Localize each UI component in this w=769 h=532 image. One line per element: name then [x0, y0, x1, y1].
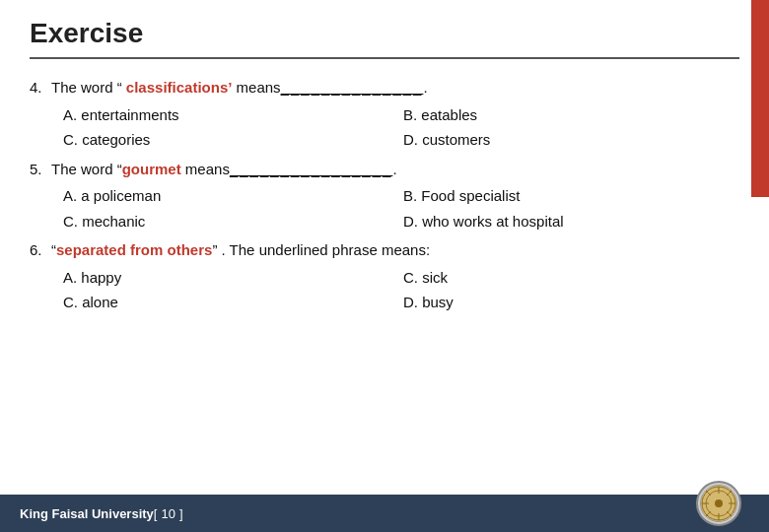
q6-keyword: separated from others — [56, 241, 212, 258]
footer-bracket-open: [ — [154, 506, 158, 521]
question-4-row: 4. The word “ classifications’ means____… — [30, 75, 739, 100]
university-logo — [696, 481, 741, 526]
svg-point-2 — [715, 499, 723, 507]
accent-bar — [751, 0, 769, 197]
q4-number: 4. — [30, 75, 51, 100]
q4-blank: ______________ — [281, 79, 424, 96]
q4-ans-b: B. eatables — [399, 102, 739, 128]
page-title: Exercise — [30, 18, 143, 48]
footer-bracket-close: ] — [179, 506, 183, 521]
q6-ans-a: A. happy — [59, 265, 399, 291]
q6-ans-d: D. busy — [399, 290, 739, 315]
q5-ans-b: B. Food specialist — [399, 183, 739, 209]
q4-text: The word “ classifications’ means_______… — [51, 75, 739, 100]
q4-ans-d: D. customers — [399, 127, 739, 153]
logo-svg — [701, 486, 736, 521]
page-container: Exercise 4. The word “ classifications’ … — [0, 0, 769, 532]
main-content: 4. The word “ classifications’ means____… — [0, 69, 769, 329]
q5-answers: A. a policeman B. Food specialist C. mec… — [59, 183, 739, 233]
q4-keyword: classifications’ — [126, 79, 233, 96]
question-5-row: 5. The word “gourmet means______________… — [30, 157, 739, 182]
q6-ans-c1: C. sick — [399, 265, 739, 291]
title-divider — [30, 57, 739, 59]
q4-ans-c: C. categories — [59, 127, 399, 153]
q4-ans-a: A. entertainments — [59, 102, 399, 128]
footer-page-number: 10 — [161, 506, 175, 521]
q6-number: 6. — [30, 237, 51, 263]
q4-answers: A. entertainments B. eatables C. categor… — [59, 102, 739, 153]
q5-keyword: gourmet — [122, 161, 181, 177]
q5-blank: ________________ — [230, 161, 392, 177]
logo-inner — [700, 485, 737, 522]
q5-ans-d: D. who works at hospital — [399, 209, 739, 234]
footer-bar: King Faisal University [ 10 ] — [0, 495, 769, 532]
footer-university: King Faisal University — [20, 506, 154, 521]
question-6-row: 6. “separated from others” . The underli… — [30, 237, 739, 263]
q5-text: The word “gourmet means________________. — [51, 157, 739, 182]
q6-ans-c2: C. alone — [59, 290, 399, 315]
q6-answers: A. happy C. sick C. alone D. busy — [59, 265, 739, 315]
q5-ans-c: C. mechanic — [59, 209, 399, 234]
q5-ans-a: A. a policeman — [59, 183, 399, 209]
q6-text: “separated from others” . The underlined… — [51, 237, 739, 263]
q5-number: 5. — [30, 157, 51, 182]
title-area: Exercise — [0, 0, 769, 57]
